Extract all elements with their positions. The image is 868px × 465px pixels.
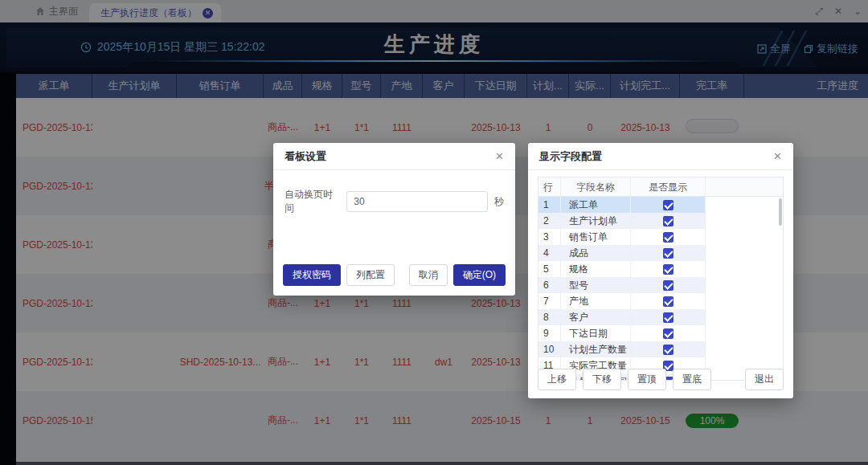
- field-name: 派工单: [561, 197, 631, 213]
- field-row-empty-cell: [706, 197, 783, 213]
- field-name: 计划生产数量: [561, 341, 631, 357]
- field-row-empty-cell: [706, 229, 783, 245]
- field-row-number: 1: [538, 197, 561, 213]
- field-row-empty-cell: [706, 325, 783, 341]
- move-bottom-button[interactable]: 置底: [673, 369, 711, 390]
- field-row-number: 3: [538, 229, 561, 245]
- checkbox-checked-icon[interactable]: [663, 280, 674, 291]
- field-row[interactable]: 6型号: [538, 277, 783, 293]
- field-row[interactable]: 7产地: [538, 293, 783, 309]
- field-row-number: 4: [538, 245, 561, 261]
- kanban-settings-dialog: 看板设置 ✕ 自动换页时间 秒 授权密码 列配置 取消 确定(O): [273, 143, 515, 296]
- move-down-button[interactable]: 下移: [583, 369, 621, 390]
- fields-column-header: [706, 177, 783, 196]
- fields-table-header: 行号字段名称是否显示: [538, 177, 783, 197]
- fields-column-header: 是否显示: [631, 177, 706, 196]
- field-visible-cell: [631, 245, 706, 261]
- authorize-password-button[interactable]: 授权密码: [283, 264, 341, 286]
- field-row-empty-cell: [706, 277, 783, 293]
- field-row[interactable]: 2生产计划单: [538, 213, 783, 229]
- dialog-header: 显示字段配置 ✕: [528, 143, 793, 170]
- field-row-number: 7: [538, 293, 561, 309]
- field-row-empty-cell: [706, 245, 783, 261]
- field-visible-cell: [631, 229, 706, 245]
- field-row-number: 5: [538, 261, 561, 277]
- dialog-footer: 授权密码 列配置 取消 确定(O): [283, 264, 506, 286]
- field-name: 下达日期: [561, 325, 631, 341]
- checkbox-checked-icon[interactable]: [663, 328, 674, 339]
- field-row-number: 9: [538, 325, 561, 341]
- move-up-button[interactable]: 上移: [538, 369, 576, 390]
- display-fields-dialog: 显示字段配置 ✕ 行号字段名称是否显示 1派工单2生产计划单3销售订单4成品5规…: [528, 143, 793, 398]
- auto-page-time-label: 自动换页时间: [285, 188, 340, 215]
- fields-column-header: 行号: [538, 177, 561, 196]
- field-name: 生产计划单: [561, 213, 631, 229]
- field-row[interactable]: 5规格: [538, 261, 783, 277]
- field-row[interactable]: 10计划生产数量: [538, 341, 783, 357]
- close-icon[interactable]: ✕: [773, 150, 782, 162]
- fields-table: 行号字段名称是否显示 1派工单2生产计划单3销售订单4成品5规格6型号7产地8客…: [538, 177, 784, 381]
- checkbox-checked-icon[interactable]: [663, 248, 674, 259]
- field-row-empty-cell: [706, 261, 783, 277]
- field-row[interactable]: 1派工单: [538, 197, 783, 213]
- field-name: 客户: [561, 309, 631, 325]
- field-row[interactable]: 3销售订单: [538, 229, 783, 245]
- fields-table-body: 1派工单2生产计划单3销售订单4成品5规格6型号7产地8客户9下达日期10计划生…: [538, 197, 783, 380]
- move-top-button[interactable]: 置顶: [628, 369, 666, 390]
- dialog-footer: 上移 下移 置顶 置底 退出: [538, 369, 784, 390]
- field-visible-cell: [631, 325, 706, 341]
- field-name: 规格: [561, 261, 631, 277]
- column-config-button[interactable]: 列配置: [346, 264, 395, 286]
- field-visible-cell: [631, 341, 706, 357]
- close-icon[interactable]: ✕: [495, 150, 504, 162]
- fields-column-header: 字段名称: [561, 177, 631, 196]
- field-row-number: 6: [538, 277, 561, 293]
- checkbox-checked-icon[interactable]: [663, 345, 674, 355]
- checkbox-checked-icon[interactable]: [663, 232, 674, 243]
- field-visible-cell: [631, 197, 706, 213]
- field-name: 型号: [561, 277, 631, 293]
- field-visible-cell: [631, 213, 706, 229]
- cancel-button[interactable]: 取消: [409, 264, 448, 286]
- auto-page-time-input[interactable]: [346, 191, 488, 212]
- field-visible-cell: [631, 277, 706, 293]
- dialog-body: 自动换页时间 秒: [273, 170, 515, 215]
- field-row[interactable]: 9下达日期: [538, 325, 783, 341]
- field-visible-cell: [631, 309, 706, 325]
- dialog-header: 看板设置 ✕: [273, 143, 515, 170]
- checkbox-checked-icon[interactable]: [663, 264, 674, 275]
- field-row-empty-cell: [706, 341, 783, 357]
- dialog-title: 显示字段配置: [539, 149, 602, 164]
- field-row-empty-cell: [706, 213, 783, 229]
- checkbox-checked-icon[interactable]: [663, 216, 674, 226]
- field-name: 成品: [561, 245, 631, 261]
- field-row-empty-cell: [706, 309, 783, 325]
- seconds-unit-label: 秒: [494, 195, 504, 209]
- checkbox-checked-icon[interactable]: [663, 200, 674, 210]
- scrollbar-thumb[interactable]: [779, 198, 782, 226]
- field-visible-cell: [631, 261, 706, 277]
- field-row[interactable]: 8客户: [538, 309, 783, 325]
- field-row-number: 8: [538, 309, 561, 325]
- checkbox-checked-icon[interactable]: [663, 312, 674, 323]
- field-row[interactable]: 4成品: [538, 245, 783, 261]
- checkbox-checked-icon[interactable]: [663, 296, 674, 307]
- field-name: 销售订单: [561, 229, 631, 245]
- field-name: 产地: [561, 293, 631, 309]
- field-row-empty-cell: [706, 293, 783, 309]
- confirm-button[interactable]: 确定(O): [453, 264, 506, 286]
- field-visible-cell: [631, 293, 706, 309]
- field-row-number: 2: [538, 213, 561, 229]
- field-row-number: 10: [538, 341, 561, 357]
- dialog-title: 看板设置: [285, 149, 326, 164]
- exit-button[interactable]: 退出: [745, 369, 784, 390]
